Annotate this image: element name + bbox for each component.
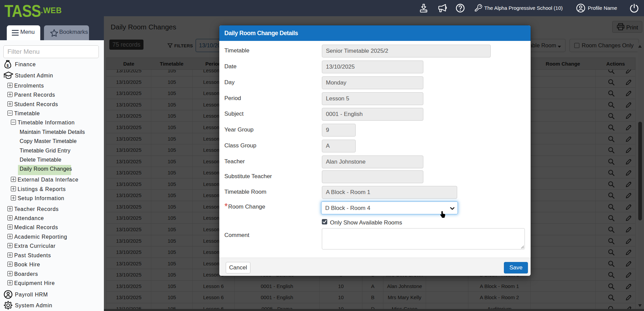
svg-text:$: $ bbox=[7, 64, 9, 68]
